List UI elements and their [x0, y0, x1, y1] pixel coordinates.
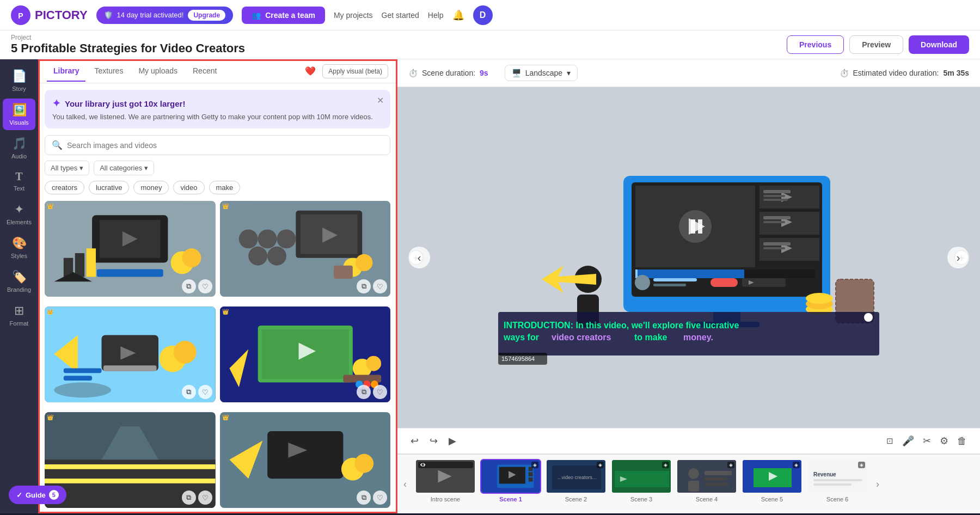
- search-input[interactable]: [67, 141, 383, 150]
- svg-text:1574695864: 1574695864: [501, 355, 535, 362]
- svg-point-20: [248, 247, 267, 266]
- sidebar-item-visuals[interactable]: 🖼️ Visuals: [3, 99, 35, 130]
- card-copy-icon-3[interactable]: ⧉: [182, 385, 196, 399]
- sidebar-item-elements[interactable]: ✦ Elements: [3, 198, 35, 230]
- svg-text:...video creators...: ...video creators...: [558, 475, 597, 480]
- image-card-1[interactable]: 👑 ⧉ ♡: [45, 201, 216, 297]
- scene-thumb-1[interactable]: ◈ Scene 1: [478, 459, 543, 509]
- sidebar-item-audio[interactable]: 🎵 Audio: [3, 132, 35, 164]
- scene-thumb-6[interactable]: Revenue ◈ Scene 6: [805, 459, 870, 509]
- sidebar-item-styles[interactable]: 🎨 Styles: [3, 232, 35, 263]
- sidebar: 📄 Story 🖼️ Visuals 🎵 Audio T Text ✦ Elem…: [0, 59, 38, 513]
- tag-creators[interactable]: creators: [45, 181, 84, 194]
- svg-rect-131: [813, 479, 862, 481]
- preview-button[interactable]: Preview: [849, 35, 903, 54]
- scene-thumb-2[interactable]: ...video creators... ◈ Scene 2: [543, 459, 609, 509]
- timeline-next-button[interactable]: ›: [870, 459, 885, 509]
- tab-recent[interactable]: Recent: [186, 61, 223, 82]
- user-avatar[interactable]: D: [473, 5, 493, 25]
- thumb-label-intro: Intro scene: [431, 496, 460, 502]
- my-projects-link[interactable]: My projects: [334, 11, 373, 20]
- sidebar-item-text[interactable]: T Text: [3, 166, 35, 196]
- search-bar: 🔍: [45, 135, 390, 155]
- tab-textures[interactable]: Textures: [88, 61, 130, 82]
- image-card-6[interactable]: 👑 ⧉ ♡: [220, 412, 391, 508]
- scene-thumb-4[interactable]: ◈ Scene 4: [674, 459, 739, 509]
- sidebar-branding-label: Branding: [7, 286, 31, 293]
- svg-point-31: [174, 341, 197, 364]
- svg-rect-67: [763, 190, 791, 193]
- download-button[interactable]: Download: [909, 35, 969, 54]
- previous-button[interactable]: Previous: [787, 35, 844, 54]
- timeline-prev-button[interactable]: ‹: [397, 459, 413, 509]
- get-started-link[interactable]: Get started: [382, 11, 419, 20]
- card-like-1[interactable]: ♡: [198, 279, 212, 293]
- svg-point-10: [182, 248, 201, 267]
- thumb-label-5: Scene 5: [761, 496, 783, 502]
- text-icon: T: [15, 170, 22, 183]
- card-like-5[interactable]: ♡: [198, 491, 212, 505]
- panel-tabs: Library Textures My uploads Recent ❤️ Ap…: [38, 59, 397, 83]
- search-area: 🔍: [38, 135, 397, 161]
- category-filter[interactable]: All categories ▾: [94, 161, 154, 175]
- image-card-2[interactable]: 👑 ⧉ ♡: [220, 201, 391, 297]
- captions-button[interactable]: ⊡: [884, 433, 896, 449]
- orientation-selector[interactable]: 🖥️ Landscape ▾: [505, 65, 578, 81]
- sidebar-story-label: Story: [12, 85, 26, 92]
- svg-rect-8: [87, 248, 96, 277]
- sidebar-item-branding[interactable]: 🏷️ Branding: [3, 266, 35, 297]
- tag-video[interactable]: video: [173, 181, 204, 194]
- tab-my-uploads[interactable]: My uploads: [132, 61, 184, 82]
- svg-point-19: [277, 229, 296, 248]
- scene-thumb-3[interactable]: ◈ Scene 3: [609, 459, 674, 509]
- sidebar-styles-label: Styles: [11, 253, 27, 259]
- card-copy-icon-1[interactable]: ⧉: [182, 279, 196, 293]
- apply-visual-button[interactable]: Apply visual (beta): [322, 64, 388, 78]
- content-area: ⏱️ Scene duration: 9s 🖥️ Landscape ▾ ⏱️ …: [397, 59, 980, 513]
- notification-bell-icon[interactable]: 🔔: [452, 9, 464, 21]
- image-card-4[interactable]: 👑 ⧉ ♡: [220, 306, 391, 402]
- thumb-label-1: Scene 1: [499, 496, 522, 502]
- svg-rect-28: [103, 365, 157, 371]
- svg-point-34: [54, 383, 111, 398]
- scene-thumb-5[interactable]: ◈ Scene 5: [739, 459, 805, 509]
- image-card-5[interactable]: 👑 ⧉ ♡: [45, 412, 216, 508]
- tag-money[interactable]: money: [133, 181, 169, 194]
- sidebar-item-story[interactable]: 📄 Story: [3, 65, 35, 96]
- scene-thumb-img-intro: 👁‍🗨: [415, 459, 476, 494]
- tag-lucrative[interactable]: lucrative: [89, 181, 129, 194]
- settings-button[interactable]: ⚙: [938, 433, 951, 449]
- undo-button[interactable]: ↩: [408, 433, 421, 449]
- tag-make[interactable]: make: [209, 181, 241, 194]
- brand-logo: P PICTORY: [11, 5, 88, 25]
- image-card-3[interactable]: 👑 ⧉ ♡: [45, 306, 216, 402]
- thumb-indicator-intro: 👁‍🗨: [418, 462, 473, 468]
- play-button[interactable]: ▶: [446, 433, 458, 449]
- notice-close-button[interactable]: ✕: [377, 95, 384, 106]
- svg-text:P: P: [18, 11, 23, 20]
- next-scene-button[interactable]: ›: [947, 247, 969, 268]
- delete-button[interactable]: 🗑: [955, 433, 969, 449]
- card-copy-icon-5[interactable]: ⧉: [182, 491, 196, 505]
- upgrade-button[interactable]: Upgrade: [188, 10, 225, 21]
- favorites-heart-icon[interactable]: ❤️: [305, 66, 316, 76]
- svg-rect-7: [75, 253, 84, 277]
- type-filter[interactable]: All types ▾: [45, 161, 89, 175]
- help-link[interactable]: Help: [428, 11, 444, 20]
- prev-scene-button[interactable]: ‹: [408, 247, 430, 268]
- tab-library[interactable]: Library: [47, 61, 85, 82]
- visuals-panel: Library Textures My uploads Recent ❤️ Ap…: [38, 59, 397, 513]
- cut-button[interactable]: ✂: [921, 433, 933, 449]
- scene-thumb-img-3: ◈: [611, 459, 672, 494]
- sparkle-icon: ✦: [52, 97, 60, 109]
- redo-button[interactable]: ↪: [427, 433, 440, 449]
- thumb-indicator-3: ◈: [662, 462, 669, 468]
- tag-row: creators lucrative money video make: [38, 181, 397, 201]
- sidebar-item-format[interactable]: ⊞ Format: [3, 299, 35, 331]
- card-like-3[interactable]: ♡: [198, 385, 212, 399]
- svg-rect-112: [529, 472, 533, 476]
- microphone-button[interactable]: 🎤: [900, 433, 916, 449]
- guide-button[interactable]: ✓ Guide 5: [9, 486, 66, 504]
- create-team-button[interactable]: 👥 Create a team: [242, 7, 325, 24]
- scene-thumb-intro[interactable]: 👁‍🗨 Intro scene: [413, 459, 478, 509]
